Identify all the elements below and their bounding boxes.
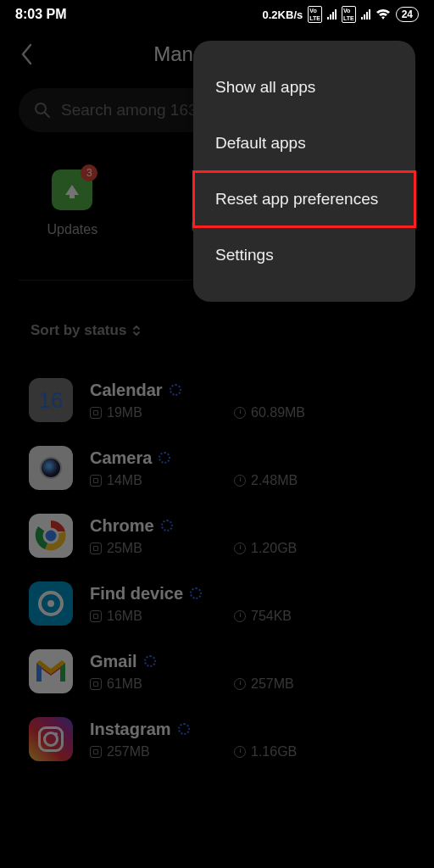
app-data: 1.16GB bbox=[251, 744, 297, 760]
app-data: 1.20GB bbox=[251, 541, 297, 556]
data-icon bbox=[234, 407, 246, 419]
updates-action[interactable]: 3 Updates bbox=[0, 170, 145, 237]
app-row-gmail[interactable]: Gmail 61MB 257MB bbox=[0, 637, 434, 705]
app-storage: 257MB bbox=[107, 744, 150, 760]
net-speed: 0.2KB/s bbox=[263, 8, 303, 21]
loading-icon bbox=[144, 655, 156, 667]
app-name: Chrome bbox=[90, 516, 154, 536]
app-storage: 14MB bbox=[107, 473, 142, 488]
storage-icon bbox=[90, 746, 102, 758]
app-data: 2.48MB bbox=[251, 473, 298, 488]
storage-icon bbox=[90, 610, 102, 622]
lte-badge-1: VoLTE bbox=[308, 6, 322, 23]
menu-reset-app-preferences[interactable]: Reset app preferences bbox=[193, 171, 415, 227]
find-device-icon bbox=[29, 581, 73, 626]
app-data: 257MB bbox=[251, 676, 294, 692]
sort-label: Sort by status bbox=[31, 322, 126, 339]
app-name: Camera bbox=[90, 448, 152, 468]
camera-icon bbox=[29, 446, 73, 490]
app-name: Find device bbox=[90, 584, 183, 604]
app-name: Gmail bbox=[90, 652, 137, 671]
status-bar: 8:03 PM 0.2KB/s VoLTE VoLTE 24 bbox=[0, 0, 434, 29]
data-icon bbox=[234, 610, 246, 622]
overflow-menu: Show all apps Default apps Reset app pre… bbox=[193, 41, 415, 302]
storage-icon bbox=[90, 542, 102, 554]
instagram-icon bbox=[29, 717, 73, 761]
battery-indicator: 24 bbox=[396, 7, 419, 22]
updates-icon: 3 bbox=[52, 170, 92, 210]
updates-label: Updates bbox=[47, 222, 98, 237]
app-data: 60.89MB bbox=[251, 405, 305, 420]
app-storage: 19MB bbox=[107, 405, 142, 420]
svg-line-1 bbox=[45, 113, 49, 117]
loading-icon bbox=[161, 520, 173, 531]
updates-badge: 3 bbox=[81, 164, 97, 181]
app-row-chrome[interactable]: Chrome 25MB 1.20GB bbox=[0, 502, 434, 570]
app-row-find-device[interactable]: Find device 16MB 754KB bbox=[0, 570, 434, 637]
data-icon bbox=[234, 475, 246, 487]
app-storage: 16MB bbox=[107, 609, 142, 624]
app-list: 16 Calendar 19MB 60.89MB Camera 14MB 2.4… bbox=[0, 366, 434, 773]
storage-icon bbox=[90, 475, 102, 487]
sort-icon bbox=[131, 325, 142, 337]
app-row-instagram[interactable]: Instagram 257MB 1.16GB bbox=[0, 705, 434, 773]
loading-icon bbox=[190, 587, 202, 599]
svg-point-0 bbox=[36, 103, 46, 114]
signal-icon-2 bbox=[361, 9, 370, 19]
loading-icon bbox=[170, 384, 181, 396]
clock: 8:03 PM bbox=[15, 7, 66, 22]
signal-icon-1 bbox=[327, 9, 337, 19]
storage-icon bbox=[90, 407, 102, 419]
data-icon bbox=[234, 746, 246, 758]
chrome-icon bbox=[29, 514, 73, 558]
lte-badge-2: VoLTE bbox=[342, 6, 356, 23]
gmail-icon bbox=[29, 649, 73, 693]
back-button[interactable] bbox=[14, 39, 39, 70]
app-storage: 61MB bbox=[107, 676, 142, 692]
calendar-icon: 16 bbox=[29, 378, 73, 422]
search-icon bbox=[34, 102, 51, 119]
wifi-icon bbox=[376, 8, 391, 20]
app-storage: 25MB bbox=[107, 541, 142, 556]
menu-settings[interactable]: Settings bbox=[193, 227, 415, 283]
data-icon bbox=[234, 678, 246, 690]
menu-default-apps[interactable]: Default apps bbox=[193, 115, 415, 171]
data-icon bbox=[234, 542, 246, 554]
app-data: 754KB bbox=[251, 609, 292, 624]
loading-icon bbox=[159, 452, 170, 464]
status-right: 0.2KB/s VoLTE VoLTE 24 bbox=[263, 6, 419, 23]
app-name: Instagram bbox=[90, 720, 171, 739]
app-name: Calendar bbox=[90, 381, 163, 400]
storage-icon bbox=[90, 678, 102, 690]
loading-icon bbox=[178, 723, 190, 735]
app-row-calendar[interactable]: 16 Calendar 19MB 60.89MB bbox=[0, 366, 434, 434]
app-row-camera[interactable]: Camera 14MB 2.48MB bbox=[0, 434, 434, 502]
sort-control[interactable]: Sort by status bbox=[31, 322, 142, 339]
menu-show-all-apps[interactable]: Show all apps bbox=[193, 59, 415, 115]
